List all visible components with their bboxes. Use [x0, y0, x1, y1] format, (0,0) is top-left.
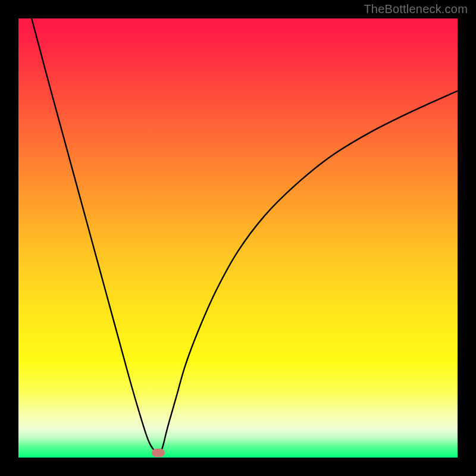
plot-area	[18, 18, 458, 458]
bottleneck-curve	[18, 18, 458, 458]
watermark-text: TheBottleneck.com	[364, 2, 468, 16]
chart-frame: TheBottleneck.com	[0, 0, 476, 476]
optimum-marker	[152, 449, 165, 457]
